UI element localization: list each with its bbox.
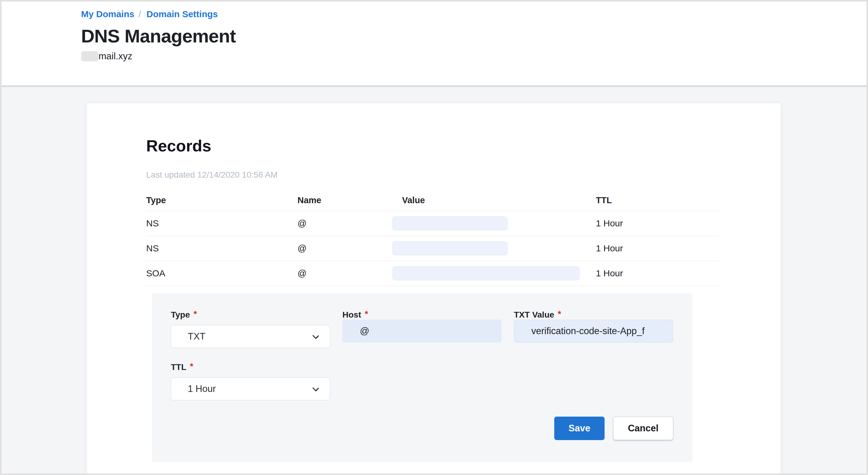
record-edit-form: Type* TXT Host* bbox=[152, 293, 692, 462]
record-name: @ bbox=[298, 243, 392, 253]
ttl-select[interactable]: 1 Hour bbox=[171, 377, 330, 400]
record-name: @ bbox=[298, 268, 392, 278]
column-header-type: Type bbox=[146, 195, 298, 205]
host-label-text: Host bbox=[342, 310, 361, 319]
domain-redaction-box bbox=[81, 51, 98, 61]
host-label: Host* bbox=[342, 310, 501, 320]
txt-value-field-group: TXT Value* bbox=[514, 310, 673, 348]
chevron-down-icon bbox=[312, 385, 319, 392]
host-input[interactable] bbox=[342, 320, 501, 343]
ttl-select-value: 1 Hour bbox=[188, 383, 216, 394]
breadcrumb: My Domains / Domain Settings bbox=[81, 9, 867, 20]
host-field-group: Host* bbox=[342, 310, 501, 348]
column-header-ttl: TTL bbox=[596, 195, 719, 205]
redacted-value-box bbox=[392, 241, 508, 256]
table-header-row: Type Name Value TTL bbox=[146, 190, 719, 211]
txt-value-label-text: TXT Value bbox=[514, 310, 554, 319]
records-table: Type Name Value TTL NS @ 1 Hour NS @ 1 H… bbox=[146, 190, 719, 286]
required-asterisk: * bbox=[558, 309, 561, 318]
record-type: SOA bbox=[146, 268, 298, 278]
records-heading: Records bbox=[146, 137, 725, 155]
txt-value-label: TXT Value* bbox=[514, 310, 673, 320]
ttl-label: TTL* bbox=[171, 363, 330, 372]
record-ttl: 1 Hour bbox=[596, 243, 719, 253]
type-field-group: Type* TXT bbox=[171, 310, 330, 348]
record-name: @ bbox=[298, 218, 392, 229]
record-ttl: 1 Hour bbox=[596, 218, 719, 229]
last-updated-text: Last updated 12/14/2020 10:58 AM bbox=[146, 170, 725, 180]
required-asterisk: * bbox=[190, 362, 193, 371]
ttl-label-text: TTL bbox=[171, 363, 186, 372]
cancel-button[interactable]: Cancel bbox=[613, 417, 673, 440]
column-header-name: Name bbox=[298, 195, 392, 205]
form-buttons: Save Cancel bbox=[171, 417, 673, 440]
ttl-field-group: TTL* 1 Hour bbox=[171, 363, 330, 400]
txt-value-input[interactable] bbox=[514, 320, 673, 343]
table-row: NS @ 1 Hour bbox=[146, 236, 719, 261]
required-asterisk: * bbox=[365, 309, 368, 318]
type-select[interactable]: TXT bbox=[171, 325, 330, 348]
domain-name: mail.xyz bbox=[81, 51, 867, 62]
record-ttl: 1 Hour bbox=[596, 268, 719, 278]
dns-management-page: My Domains / Domain Settings DNS Managem… bbox=[0, 0, 868, 475]
breadcrumb-my-domains[interactable]: My Domains bbox=[81, 9, 134, 20]
redacted-value-box bbox=[392, 266, 580, 280]
form-row-1: Type* TXT Host* bbox=[171, 310, 673, 348]
required-asterisk: * bbox=[193, 309, 197, 318]
page-header: My Domains / Domain Settings DNS Managem… bbox=[1, 1, 867, 87]
domain-text: mail.xyz bbox=[98, 51, 132, 62]
type-label-text: Type bbox=[171, 310, 190, 319]
breadcrumb-domain-settings[interactable]: Domain Settings bbox=[147, 9, 218, 20]
page-body: Records Last updated 12/14/2020 10:58 AM… bbox=[1, 87, 867, 474]
chevron-down-icon bbox=[312, 332, 319, 339]
form-row-2: TTL* 1 Hour bbox=[171, 363, 673, 400]
page-title: DNS Management bbox=[81, 25, 867, 47]
record-type: NS bbox=[146, 218, 298, 229]
column-header-value: Value bbox=[392, 195, 596, 205]
breadcrumb-separator: / bbox=[138, 9, 141, 20]
records-card: Records Last updated 12/14/2020 10:58 AM… bbox=[87, 103, 781, 474]
type-select-value: TXT bbox=[188, 331, 206, 342]
save-button[interactable]: Save bbox=[554, 417, 604, 440]
table-row: NS @ 1 Hour bbox=[146, 211, 719, 236]
record-type: NS bbox=[146, 243, 298, 253]
type-label: Type* bbox=[171, 310, 330, 320]
table-row: SOA @ 1 Hour bbox=[146, 261, 719, 286]
redacted-value-box bbox=[392, 216, 508, 231]
